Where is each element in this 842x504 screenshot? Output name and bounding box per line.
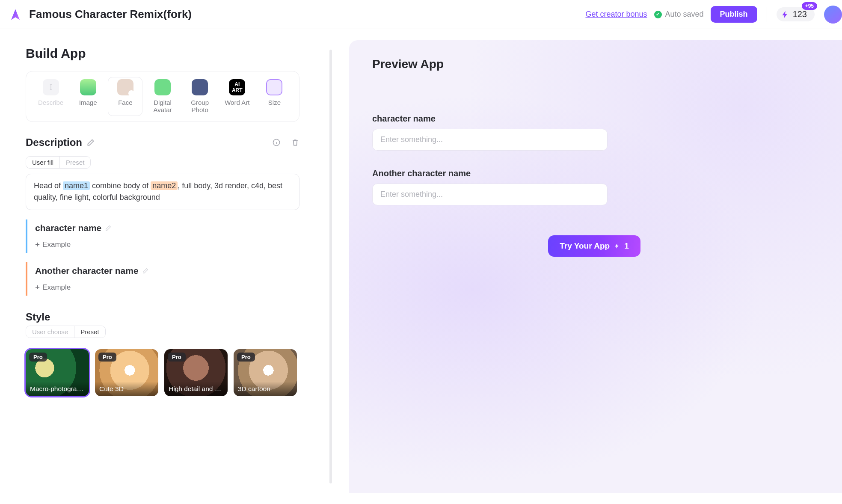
image-icon bbox=[80, 79, 96, 95]
description-mode-preset[interactable]: Preset bbox=[59, 157, 90, 168]
autosave-label: Auto saved bbox=[665, 10, 704, 19]
description-heading: Description bbox=[26, 136, 95, 148]
group-icon bbox=[192, 79, 208, 95]
preview-panel: Preview App character name Another chara… bbox=[349, 40, 842, 493]
credits-value: 123 bbox=[793, 9, 807, 19]
column-divider bbox=[329, 50, 332, 483]
style-mode-preset[interactable]: Preset bbox=[74, 326, 105, 338]
preview-field-1-label: character name bbox=[372, 114, 816, 124]
divider bbox=[767, 7, 767, 22]
style-heading: Style bbox=[26, 311, 50, 323]
style-mode-userchoose[interactable]: User choose bbox=[26, 326, 74, 338]
text-cursor-icon bbox=[43, 79, 59, 95]
component-size[interactable]: Size bbox=[258, 77, 291, 116]
style-caption: Cute 3D bbox=[95, 382, 158, 396]
style-card-macro[interactable]: Pro Macro-photography bbox=[26, 349, 89, 396]
preview-field-2-label: Another character name bbox=[372, 169, 816, 178]
trash-icon[interactable] bbox=[291, 138, 299, 147]
variable-1-title: character name bbox=[35, 223, 101, 233]
check-icon: ✓ bbox=[654, 11, 662, 18]
preview-column: Preview App character name Another chara… bbox=[340, 29, 842, 504]
pro-badge: Pro bbox=[98, 353, 116, 362]
component-word-art[interactable]: AIART Word Art bbox=[220, 77, 254, 116]
style-card-3dcartoon[interactable]: Pro 3D cartoon bbox=[234, 349, 297, 396]
bolt-icon bbox=[781, 10, 789, 19]
preview-field-2-input[interactable] bbox=[372, 184, 608, 205]
pencil-icon[interactable] bbox=[86, 138, 95, 147]
page-title: Famous Character Remix(fork) bbox=[29, 8, 192, 21]
component-group-photo[interactable]: Group Photo bbox=[183, 77, 217, 116]
style-card-cute3d[interactable]: Pro Cute 3D bbox=[95, 349, 158, 396]
pro-badge: Pro bbox=[237, 353, 255, 362]
build-heading: Build App bbox=[26, 46, 325, 61]
description-mode-toggle: User fill Preset bbox=[26, 156, 91, 169]
app-logo bbox=[9, 8, 22, 21]
try-cost: 1 bbox=[624, 241, 629, 251]
publish-button[interactable]: Publish bbox=[711, 6, 757, 23]
style-card-highdetail[interactable]: Pro High detail and re... bbox=[164, 349, 228, 396]
pro-badge: Pro bbox=[168, 353, 186, 362]
token-name2[interactable]: name2 bbox=[151, 181, 178, 190]
variable-block-2: Another character name + Example bbox=[26, 262, 299, 296]
pencil-icon[interactable] bbox=[105, 225, 112, 231]
avatar-icon bbox=[154, 79, 171, 95]
word-art-icon: AIART bbox=[229, 79, 245, 95]
style-caption: Macro-photography bbox=[26, 382, 89, 396]
top-bar: Famous Character Remix(fork) Get creator… bbox=[0, 0, 842, 29]
preview-field-1-input[interactable] bbox=[372, 129, 608, 151]
token-name1[interactable]: name1 bbox=[63, 181, 90, 190]
prompt-textarea[interactable]: Head of name1 combine body of name2, ful… bbox=[26, 174, 299, 210]
creator-bonus-link[interactable]: Get creator bonus bbox=[585, 10, 647, 19]
component-picker: Describe Image Face Digital Avatar Group… bbox=[26, 71, 299, 122]
variable-2-title: Another character name bbox=[35, 266, 139, 276]
style-caption: 3D cartoon bbox=[234, 382, 297, 396]
style-card-row: Pro Macro-photography Pro Cute 3D Pro Hi… bbox=[26, 349, 325, 396]
plus-icon: + bbox=[35, 283, 40, 292]
info-icon[interactable] bbox=[272, 138, 281, 147]
component-image[interactable]: Image bbox=[71, 77, 105, 116]
face-icon bbox=[117, 79, 133, 95]
preview-heading: Preview App bbox=[372, 57, 816, 71]
credits-pill[interactable]: 123 +95 bbox=[777, 7, 815, 21]
component-face[interactable]: Face bbox=[108, 77, 142, 116]
try-your-app-button[interactable]: Try Your App 1 bbox=[548, 235, 640, 257]
credits-badge: +95 bbox=[802, 2, 817, 10]
build-panel: Build App Describe Image Face Digital Av… bbox=[0, 29, 325, 504]
try-label: Try Your App bbox=[560, 241, 610, 251]
pro-badge: Pro bbox=[29, 353, 47, 362]
bolt-icon bbox=[614, 243, 620, 249]
pencil-icon[interactable] bbox=[142, 267, 149, 274]
variable-1-add-example[interactable]: + Example bbox=[35, 240, 299, 249]
style-mode-toggle: User choose Preset bbox=[26, 326, 106, 338]
autosave-status: ✓ Auto saved bbox=[654, 10, 704, 19]
style-caption: High detail and re... bbox=[164, 382, 228, 396]
component-digital-avatar[interactable]: Digital Avatar bbox=[145, 77, 179, 116]
description-mode-userfill[interactable]: User fill bbox=[26, 157, 59, 168]
user-avatar[interactable] bbox=[824, 6, 842, 24]
variable-2-add-example[interactable]: + Example bbox=[35, 283, 299, 292]
variable-block-1: character name + Example bbox=[26, 219, 299, 253]
size-icon bbox=[266, 79, 282, 95]
plus-icon: + bbox=[35, 240, 40, 249]
component-describe[interactable]: Describe bbox=[34, 77, 68, 116]
